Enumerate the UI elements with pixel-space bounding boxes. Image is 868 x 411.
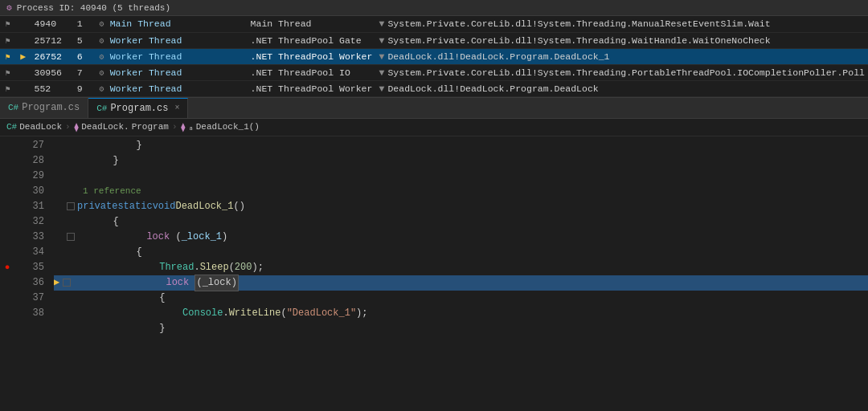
breadcrumb-bar: C# DeadLock › ⧫ DeadLock.Program › ⧫ ₐ D… xyxy=(0,119,868,136)
line-number: 33 xyxy=(21,230,44,245)
thread-num: 9 xyxy=(74,80,96,96)
no-breakpoint: · xyxy=(5,186,10,196)
tab-close-button[interactable]: × xyxy=(174,104,179,112)
thread-row[interactable]: ⚑ ▶ 26752 6 ⚙ Worker Thread .NET ThreadP… xyxy=(0,48,868,64)
code-line: private static void DeadLock_1() xyxy=(54,199,868,214)
code-line: lock (_lock_1) xyxy=(54,230,868,245)
code-lens-square xyxy=(67,202,75,210)
thread-type: ⚙ Worker Thread xyxy=(96,32,248,48)
gutter-line: · xyxy=(0,153,14,169)
thread-type: ⚙ Worker Thread xyxy=(96,48,248,64)
process-icon: ⚙ xyxy=(6,2,12,13)
code-line: } xyxy=(54,153,868,169)
no-breakpoint: · xyxy=(5,308,10,318)
thread-arrow-col xyxy=(15,32,31,48)
editor-area: C# Program.cs C# Program.cs × C# DeadLoc… xyxy=(0,98,868,393)
line-number: 35 xyxy=(21,260,44,275)
line-number: 28 xyxy=(21,153,44,169)
thread-category: .NET ThreadPool Worker xyxy=(248,48,376,64)
line-number: 37 xyxy=(21,291,44,306)
threads-title-bar: ⚙ Process ID: 40940 (5 threads) xyxy=(0,0,868,16)
thread-id: 26752 xyxy=(31,48,73,64)
gutter-line: · xyxy=(0,199,14,214)
code-line: Thread.Sleep(200); xyxy=(54,260,868,275)
current-line-arrow: ▶ xyxy=(54,275,59,291)
gutter-line: · xyxy=(0,245,14,260)
threads-table: ⚑ 4940 1 ⚙ Main Thread Main Thread ▼Syst… xyxy=(0,16,868,97)
thread-row[interactable]: ⚑ 552 9 ⚙ Worker Thread .NET ThreadPool … xyxy=(0,80,868,96)
thread-num: 1 xyxy=(74,16,96,32)
code-lens-square xyxy=(63,279,71,287)
no-breakpoint: · xyxy=(5,293,10,303)
thread-id: 552 xyxy=(31,80,73,96)
thread-location: ▼System.Private.CoreLib.dll!System.Threa… xyxy=(376,16,868,32)
line-number: 38 xyxy=(21,306,44,321)
gutter-line: · xyxy=(0,230,14,245)
line-number: 29 xyxy=(21,169,44,184)
gutter-line: · xyxy=(0,275,14,291)
code-line xyxy=(54,169,868,184)
line-number: 32 xyxy=(21,214,44,230)
class-name: Program xyxy=(132,122,169,132)
line-number: 34 xyxy=(21,245,44,260)
thread-num: 7 xyxy=(74,64,96,80)
breadcrumb-class[interactable]: ⧫ DeadLock.Program xyxy=(74,122,169,132)
threads-title: Process ID: 40940 (5 threads) xyxy=(17,3,170,13)
namespace-icon: C# xyxy=(6,122,17,132)
thread-flag-icon: ⚑ xyxy=(0,32,15,48)
code-lens-square xyxy=(67,233,75,241)
gutter-line: · xyxy=(0,306,14,321)
tab-program-cs-active[interactable]: C# Program.cs × xyxy=(88,98,188,118)
thread-row[interactable]: ⚑ 4940 1 ⚙ Main Thread Main Thread ▼Syst… xyxy=(0,16,868,32)
no-breakpoint: · xyxy=(5,247,10,257)
tab-label-inactive: Program.cs xyxy=(22,102,80,113)
thread-category: Main Thread xyxy=(248,16,376,32)
line-number: 27 xyxy=(21,138,44,153)
thread-row[interactable]: ⚑ 25712 5 ⚙ Worker Thread .NET ThreadPoo… xyxy=(0,32,868,48)
no-breakpoint: · xyxy=(5,156,10,165)
breadcrumb-method[interactable]: ⧫ ₐ DeadLock_1() xyxy=(181,122,260,132)
method-icon: ⧫ xyxy=(181,122,186,132)
thread-location: ▼System.Private.CoreLib.dll!System.Threa… xyxy=(376,64,868,80)
thread-type: ⚙ Worker Thread xyxy=(96,64,248,80)
thread-category: .NET ThreadPool IO xyxy=(248,64,376,80)
tab-program-cs-inactive[interactable]: C# Program.cs xyxy=(0,98,88,118)
line-number: 30 xyxy=(21,184,44,199)
gutter-line: · xyxy=(0,169,14,184)
no-breakpoint: · xyxy=(5,217,10,226)
no-breakpoint: · xyxy=(5,201,10,211)
breadcrumb-sep-2: › xyxy=(172,122,178,132)
thread-location: ▼DeadLock.dll!DeadLock.Program.DeadLock xyxy=(376,80,868,96)
gutter-line: · xyxy=(0,184,14,199)
code-line: { xyxy=(54,214,868,230)
breadcrumb-namespace[interactable]: C# DeadLock xyxy=(6,122,62,132)
thread-type: ⚙ Main Thread xyxy=(96,16,248,32)
thread-category: .NET ThreadPool Gate xyxy=(248,32,376,48)
line-number: 36 xyxy=(21,275,44,291)
no-breakpoint: · xyxy=(5,140,10,150)
gutter-line: ● xyxy=(0,260,14,275)
tabs-bar: C# Program.cs C# Program.cs × xyxy=(0,98,868,119)
thread-category: .NET ThreadPool Worker xyxy=(248,80,376,96)
no-breakpoint: · xyxy=(5,278,10,287)
thread-flag-icon: ⚑ xyxy=(0,16,15,32)
code-lines: } }1 referenceprivate static void DeadLo… xyxy=(51,136,868,393)
tab-label-active: Program.cs xyxy=(110,103,168,114)
line-number: 31 xyxy=(21,199,44,214)
thread-location: ▼System.Private.CoreLib.dll!System.Threa… xyxy=(376,32,868,48)
thread-flag-icon: ⚑ xyxy=(0,48,15,64)
thread-arrow-col: ▶ xyxy=(15,48,31,64)
class-label: DeadLock. xyxy=(81,122,129,132)
breadcrumb-sep-1: › xyxy=(65,122,71,132)
tab-icon-cs: C# xyxy=(8,103,18,112)
thread-arrow-col xyxy=(15,64,31,80)
thread-arrow-col xyxy=(15,80,31,96)
thread-num: 5 xyxy=(74,32,96,48)
line-numbers: 272829303132333435363738 xyxy=(14,136,51,393)
gutter-line: · xyxy=(0,291,14,306)
current-thread-arrow: ▶ xyxy=(20,51,26,62)
code-line: { xyxy=(54,291,868,306)
thread-row[interactable]: ⚑ 30956 7 ⚙ Worker Thread .NET ThreadPoo… xyxy=(0,64,868,80)
code-line: { xyxy=(54,245,868,260)
code-line: } xyxy=(54,321,868,336)
